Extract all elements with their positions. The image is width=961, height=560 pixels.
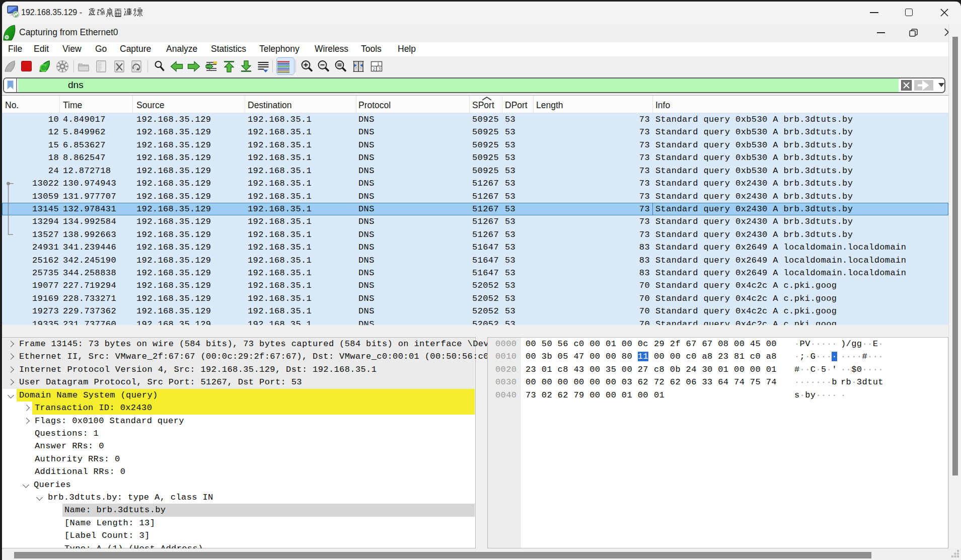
svg-text:1: 1	[377, 61, 380, 66]
svg-text:2: 2	[373, 66, 376, 71]
svg-text:3: 3	[379, 66, 381, 71]
